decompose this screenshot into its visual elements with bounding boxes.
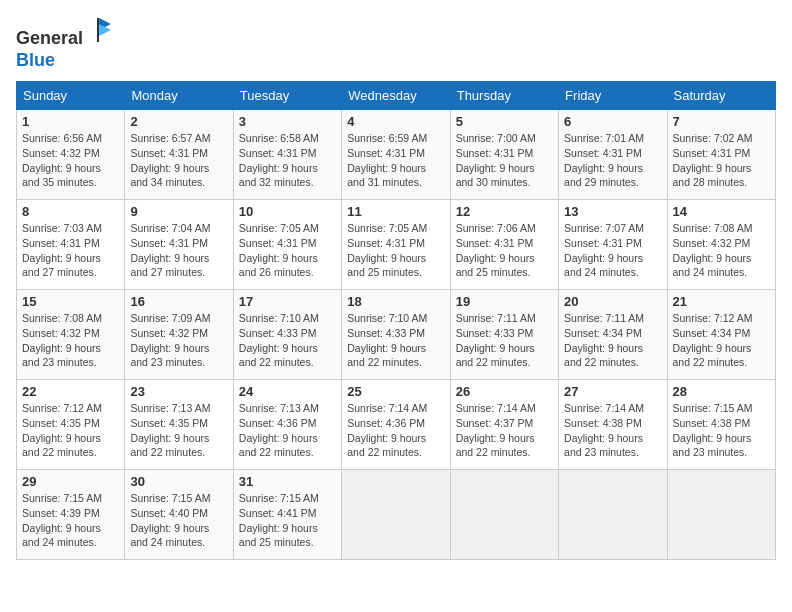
calendar-cell: 8Sunrise: 7:03 AMSunset: 4:31 PMDaylight… (17, 200, 125, 290)
day-info: Sunrise: 7:12 AMSunset: 4:34 PMDaylight:… (673, 311, 770, 370)
calendar-cell: 15Sunrise: 7:08 AMSunset: 4:32 PMDayligh… (17, 290, 125, 380)
calendar-cell: 26Sunrise: 7:14 AMSunset: 4:37 PMDayligh… (450, 380, 558, 470)
day-number: 25 (347, 384, 444, 399)
day-number: 16 (130, 294, 227, 309)
day-info: Sunrise: 7:15 AMSunset: 4:41 PMDaylight:… (239, 491, 336, 550)
day-number: 30 (130, 474, 227, 489)
day-of-week-header: Monday (125, 82, 233, 110)
calendar-cell: 1Sunrise: 6:56 AMSunset: 4:32 PMDaylight… (17, 110, 125, 200)
day-number: 6 (564, 114, 661, 129)
day-info: Sunrise: 7:14 AMSunset: 4:37 PMDaylight:… (456, 401, 553, 460)
day-number: 19 (456, 294, 553, 309)
svg-rect-2 (97, 18, 99, 42)
calendar-week-row: 1Sunrise: 6:56 AMSunset: 4:32 PMDaylight… (17, 110, 776, 200)
day-number: 23 (130, 384, 227, 399)
day-info: Sunrise: 7:15 AMSunset: 4:40 PMDaylight:… (130, 491, 227, 550)
day-number: 20 (564, 294, 661, 309)
day-info: Sunrise: 6:59 AMSunset: 4:31 PMDaylight:… (347, 131, 444, 190)
day-number: 17 (239, 294, 336, 309)
day-number: 12 (456, 204, 553, 219)
day-number: 27 (564, 384, 661, 399)
day-info: Sunrise: 7:12 AMSunset: 4:35 PMDaylight:… (22, 401, 119, 460)
day-number: 8 (22, 204, 119, 219)
day-number: 28 (673, 384, 770, 399)
calendar-cell: 13Sunrise: 7:07 AMSunset: 4:31 PMDayligh… (559, 200, 667, 290)
calendar-cell: 25Sunrise: 7:14 AMSunset: 4:36 PMDayligh… (342, 380, 450, 470)
day-info: Sunrise: 7:15 AMSunset: 4:39 PMDaylight:… (22, 491, 119, 550)
day-number: 7 (673, 114, 770, 129)
day-info: Sunrise: 7:15 AMSunset: 4:38 PMDaylight:… (673, 401, 770, 460)
day-number: 22 (22, 384, 119, 399)
day-number: 5 (456, 114, 553, 129)
day-info: Sunrise: 7:01 AMSunset: 4:31 PMDaylight:… (564, 131, 661, 190)
calendar-cell: 6Sunrise: 7:01 AMSunset: 4:31 PMDaylight… (559, 110, 667, 200)
day-of-week-header: Thursday (450, 82, 558, 110)
day-info: Sunrise: 7:06 AMSunset: 4:31 PMDaylight:… (456, 221, 553, 280)
day-info: Sunrise: 7:05 AMSunset: 4:31 PMDaylight:… (239, 221, 336, 280)
calendar-cell: 21Sunrise: 7:12 AMSunset: 4:34 PMDayligh… (667, 290, 775, 380)
page-header: General Blue (16, 16, 776, 71)
day-info: Sunrise: 7:08 AMSunset: 4:32 PMDaylight:… (673, 221, 770, 280)
day-number: 9 (130, 204, 227, 219)
day-number: 4 (347, 114, 444, 129)
day-of-week-header: Wednesday (342, 82, 450, 110)
calendar-cell (667, 470, 775, 560)
day-number: 21 (673, 294, 770, 309)
calendar-cell: 27Sunrise: 7:14 AMSunset: 4:38 PMDayligh… (559, 380, 667, 470)
day-info: Sunrise: 7:13 AMSunset: 4:35 PMDaylight:… (130, 401, 227, 460)
calendar-cell: 12Sunrise: 7:06 AMSunset: 4:31 PMDayligh… (450, 200, 558, 290)
logo: General Blue (16, 16, 113, 71)
logo-blue: Blue (16, 50, 55, 70)
calendar-cell: 9Sunrise: 7:04 AMSunset: 4:31 PMDaylight… (125, 200, 233, 290)
calendar-cell: 28Sunrise: 7:15 AMSunset: 4:38 PMDayligh… (667, 380, 775, 470)
calendar-cell: 17Sunrise: 7:10 AMSunset: 4:33 PMDayligh… (233, 290, 341, 380)
day-of-week-header: Tuesday (233, 82, 341, 110)
calendar-cell: 2Sunrise: 6:57 AMSunset: 4:31 PMDaylight… (125, 110, 233, 200)
day-number: 15 (22, 294, 119, 309)
day-info: Sunrise: 7:11 AMSunset: 4:34 PMDaylight:… (564, 311, 661, 370)
day-number: 24 (239, 384, 336, 399)
calendar-week-row: 22Sunrise: 7:12 AMSunset: 4:35 PMDayligh… (17, 380, 776, 470)
day-info: Sunrise: 7:13 AMSunset: 4:36 PMDaylight:… (239, 401, 336, 460)
calendar-cell: 29Sunrise: 7:15 AMSunset: 4:39 PMDayligh… (17, 470, 125, 560)
calendar-cell: 22Sunrise: 7:12 AMSunset: 4:35 PMDayligh… (17, 380, 125, 470)
day-number: 11 (347, 204, 444, 219)
calendar-cell: 11Sunrise: 7:05 AMSunset: 4:31 PMDayligh… (342, 200, 450, 290)
day-info: Sunrise: 6:57 AMSunset: 4:31 PMDaylight:… (130, 131, 227, 190)
logo-general: General (16, 28, 83, 48)
logo-flag-icon (85, 16, 113, 44)
day-info: Sunrise: 7:03 AMSunset: 4:31 PMDaylight:… (22, 221, 119, 280)
calendar-cell: 18Sunrise: 7:10 AMSunset: 4:33 PMDayligh… (342, 290, 450, 380)
day-info: Sunrise: 7:14 AMSunset: 4:38 PMDaylight:… (564, 401, 661, 460)
day-number: 1 (22, 114, 119, 129)
day-info: Sunrise: 7:08 AMSunset: 4:32 PMDaylight:… (22, 311, 119, 370)
calendar-cell: 31Sunrise: 7:15 AMSunset: 4:41 PMDayligh… (233, 470, 341, 560)
calendar-week-row: 15Sunrise: 7:08 AMSunset: 4:32 PMDayligh… (17, 290, 776, 380)
day-number: 29 (22, 474, 119, 489)
calendar-cell: 23Sunrise: 7:13 AMSunset: 4:35 PMDayligh… (125, 380, 233, 470)
day-info: Sunrise: 6:58 AMSunset: 4:31 PMDaylight:… (239, 131, 336, 190)
day-info: Sunrise: 7:10 AMSunset: 4:33 PMDaylight:… (239, 311, 336, 370)
calendar-cell: 14Sunrise: 7:08 AMSunset: 4:32 PMDayligh… (667, 200, 775, 290)
day-number: 26 (456, 384, 553, 399)
calendar-cell: 7Sunrise: 7:02 AMSunset: 4:31 PMDaylight… (667, 110, 775, 200)
calendar-cell: 19Sunrise: 7:11 AMSunset: 4:33 PMDayligh… (450, 290, 558, 380)
day-info: Sunrise: 7:04 AMSunset: 4:31 PMDaylight:… (130, 221, 227, 280)
calendar-table: SundayMondayTuesdayWednesdayThursdayFrid… (16, 81, 776, 560)
calendar-cell: 4Sunrise: 6:59 AMSunset: 4:31 PMDaylight… (342, 110, 450, 200)
day-info: Sunrise: 7:00 AMSunset: 4:31 PMDaylight:… (456, 131, 553, 190)
calendar-header-row: SundayMondayTuesdayWednesdayThursdayFrid… (17, 82, 776, 110)
calendar-cell (342, 470, 450, 560)
day-info: Sunrise: 6:56 AMSunset: 4:32 PMDaylight:… (22, 131, 119, 190)
day-number: 13 (564, 204, 661, 219)
calendar-cell: 20Sunrise: 7:11 AMSunset: 4:34 PMDayligh… (559, 290, 667, 380)
day-info: Sunrise: 7:11 AMSunset: 4:33 PMDaylight:… (456, 311, 553, 370)
calendar-cell: 24Sunrise: 7:13 AMSunset: 4:36 PMDayligh… (233, 380, 341, 470)
calendar-cell (450, 470, 558, 560)
day-of-week-header: Friday (559, 82, 667, 110)
day-number: 2 (130, 114, 227, 129)
calendar-week-row: 29Sunrise: 7:15 AMSunset: 4:39 PMDayligh… (17, 470, 776, 560)
day-info: Sunrise: 7:09 AMSunset: 4:32 PMDaylight:… (130, 311, 227, 370)
day-of-week-header: Sunday (17, 82, 125, 110)
calendar-cell: 5Sunrise: 7:00 AMSunset: 4:31 PMDaylight… (450, 110, 558, 200)
